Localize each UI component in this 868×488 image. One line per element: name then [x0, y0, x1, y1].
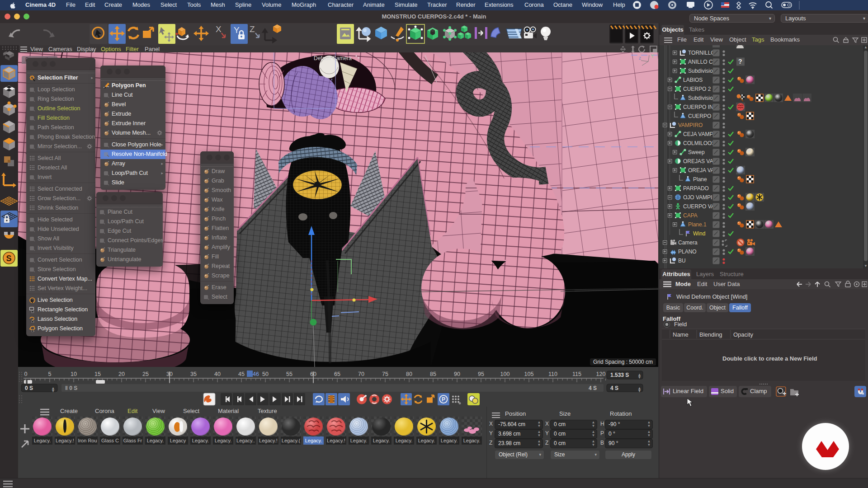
svg-text:45: 45: [238, 371, 245, 377]
svg-text:Y: Y: [651, 53, 655, 59]
svg-text:Default Camera: Default Camera: [314, 55, 352, 61]
svg-text:▼: ▼: [637, 375, 642, 380]
svg-text:70: 70: [358, 371, 364, 377]
svg-text:10: 10: [71, 371, 77, 377]
svg-text:0: 0: [24, 371, 28, 377]
svg-text:Double click to create a New F: Double click to create a New Field: [722, 355, 817, 362]
svg-text:P: P: [442, 396, 445, 403]
svg-text:65: 65: [334, 371, 340, 377]
svg-text:▼: ▼: [637, 389, 642, 392]
svg-text:115: 115: [572, 371, 581, 377]
svg-text:40: 40: [214, 371, 221, 377]
svg-text:50: 50: [262, 371, 269, 377]
svg-text:5: 5: [48, 371, 52, 377]
svg-text:35: 35: [190, 371, 197, 377]
svg-text:Name: Name: [673, 331, 689, 338]
svg-text:‖ 0 S: ‖ 0 S: [65, 385, 77, 391]
svg-text:85: 85: [430, 371, 436, 377]
svg-text:Y: Y: [234, 25, 240, 35]
svg-text:X: X: [216, 24, 222, 34]
svg-text:z: z: [639, 56, 641, 61]
svg-text:4 S: 4 S: [589, 385, 597, 391]
svg-text:1.533 S: 1.533 S: [610, 372, 629, 378]
svg-text:100: 100: [500, 371, 510, 377]
svg-text:110: 110: [548, 371, 557, 377]
svg-text:80: 80: [406, 371, 412, 377]
svg-text:4 S: 4 S: [610, 385, 618, 391]
svg-text:Opacity: Opacity: [733, 331, 754, 338]
svg-text:S: S: [6, 254, 12, 263]
svg-text:120: 120: [596, 371, 606, 377]
svg-text:46: 46: [253, 371, 259, 377]
svg-text:105: 105: [524, 371, 534, 377]
svg-text:Blending: Blending: [699, 331, 722, 338]
svg-text:0 S: 0 S: [25, 385, 33, 391]
svg-text:75: 75: [382, 371, 388, 377]
svg-text:15: 15: [94, 371, 101, 377]
svg-text:?: ?: [738, 58, 742, 65]
svg-text:25: 25: [142, 371, 149, 377]
svg-text:90: 90: [454, 371, 460, 377]
svg-text:55: 55: [286, 371, 292, 377]
svg-text:95: 95: [478, 371, 484, 377]
svg-text:20: 20: [118, 371, 125, 377]
svg-text:Z: Z: [250, 24, 255, 34]
svg-text:▼: ▼: [51, 389, 55, 392]
